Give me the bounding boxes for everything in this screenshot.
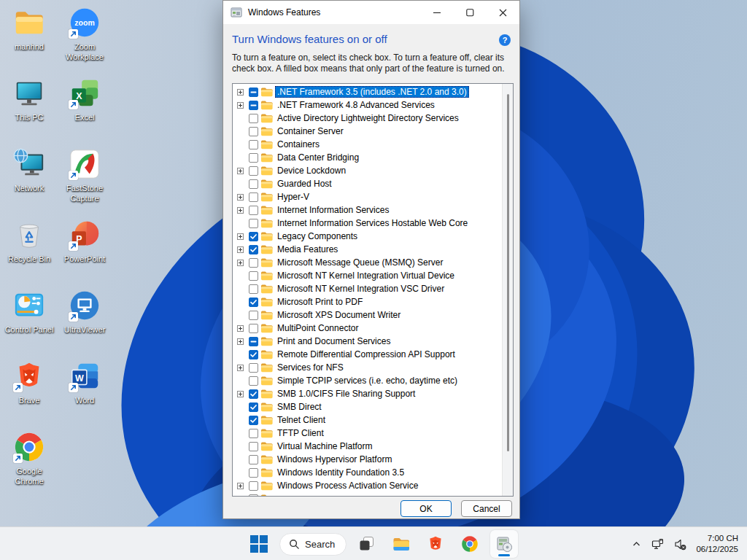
feature-row[interactable]: Media Features <box>233 243 502 256</box>
feature-checkbox-partial[interactable] <box>249 337 258 346</box>
feature-checkbox-partial[interactable] <box>249 88 258 97</box>
help-icon[interactable]: ? <box>499 34 511 46</box>
feature-checkbox-checked[interactable] <box>249 416 258 425</box>
feature-row[interactable]: Windows Identity Foundation 3.5 <box>233 466 502 479</box>
expand-plus-icon[interactable] <box>237 207 244 214</box>
expand-plus-icon[interactable] <box>237 194 244 201</box>
expand-plus-icon[interactable] <box>237 89 244 96</box>
feature-checkbox-unchecked[interactable] <box>249 429 258 438</box>
feature-row[interactable]: Container Server <box>233 125 502 138</box>
feature-label[interactable]: Windows Process Activation Service <box>275 480 420 491</box>
feature-label[interactable]: TFTP Client <box>275 427 326 439</box>
desktop-icon-control-panel[interactable]: Control Panel <box>1 289 57 359</box>
scrollbar-track[interactable] <box>502 84 513 496</box>
feature-label[interactable]: Media Features <box>275 244 340 255</box>
minimize-button[interactable] <box>421 1 454 24</box>
feature-row[interactable]: Microsoft Message Queue (MSMQ) Server <box>233 256 502 269</box>
feature-row[interactable]: Remote Differential Compression API Supp… <box>233 348 502 361</box>
feature-checkbox-unchecked[interactable] <box>249 284 258 294</box>
feature-checkbox-unchecked[interactable] <box>249 468 258 478</box>
feature-label[interactable]: Internet Information Services Hostable W… <box>275 217 470 229</box>
feature-row[interactable]: Guarded Host <box>233 177 502 190</box>
expand-plus-icon[interactable] <box>237 365 244 371</box>
feature-label[interactable]: Microsoft NT Kernel Integration VSC Driv… <box>275 283 446 295</box>
desktop-icon-ultraviewer[interactable]: UltraViewer <box>57 289 112 359</box>
feature-label[interactable]: Device Lockdown <box>275 165 348 176</box>
feature-row[interactable]: Microsoft XPS Document Writer <box>233 308 502 322</box>
feature-label[interactable]: Data Center Bridging <box>275 152 361 163</box>
feature-row[interactable]: Virtual Machine Platform <box>233 440 502 453</box>
feature-checkbox-unchecked[interactable] <box>249 219 258 228</box>
feature-row[interactable] <box>233 492 502 497</box>
feature-label[interactable]: Active Directory Lightweight Directory S… <box>275 112 461 124</box>
feature-checkbox-unchecked[interactable] <box>249 127 258 136</box>
feature-row[interactable]: Print and Document Services <box>233 335 502 348</box>
feature-checkbox-unchecked[interactable] <box>249 376 258 386</box>
feature-row[interactable]: Windows Hypervisor Platform <box>233 453 502 466</box>
feature-checkbox-unchecked[interactable] <box>249 455 258 464</box>
expand-plus-icon[interactable] <box>237 246 244 253</box>
feature-row[interactable]: Microsoft NT Kernel Integration Virtual … <box>233 269 502 282</box>
feature-label[interactable]: Windows Identity Foundation 3.5 <box>275 467 406 478</box>
feature-row[interactable]: Telnet Client <box>233 413 502 427</box>
feature-row[interactable]: Windows Process Activation Service <box>233 479 502 492</box>
feature-row[interactable]: .NET Framework 4.8 Advanced Services <box>233 98 502 112</box>
desktop-icon-powerpoint[interactable]: PPowerPoint <box>57 218 112 289</box>
feature-checkbox-unchecked[interactable] <box>249 271 258 281</box>
feature-row[interactable]: Services for NFS <box>233 361 502 374</box>
feature-label[interactable]: Virtual Machine Platform <box>275 440 375 452</box>
feature-label[interactable]: Remote Differential Compression API Supp… <box>275 349 457 360</box>
feature-row[interactable]: TFTP Client <box>233 427 502 440</box>
feature-label[interactable]: Print and Document Services <box>275 335 392 347</box>
desktop-icon-word[interactable]: WWord <box>57 359 112 430</box>
feature-row[interactable]: Microsoft NT Kernel Integration VSC Driv… <box>233 282 502 295</box>
feature-checkbox-checked[interactable] <box>249 232 258 241</box>
feature-checkbox-unchecked[interactable] <box>249 481 258 491</box>
feature-label[interactable]: Legacy Components <box>275 230 360 242</box>
feature-label[interactable]: Hyper-V <box>275 191 311 203</box>
feature-label[interactable]: SMB 1.0/CIFS File Sharing Support <box>275 388 417 400</box>
feature-checkbox-unchecked[interactable] <box>249 258 258 268</box>
network-ethernet-icon[interactable] <box>648 532 667 556</box>
desktop-icon-recycle-bin[interactable]: Recycle Bin <box>1 218 57 289</box>
expand-plus-icon[interactable] <box>237 338 244 345</box>
feature-label[interactable]: .NET Framework 4.8 Advanced Services <box>275 99 437 111</box>
feature-label[interactable]: Internet Information Services <box>275 204 391 216</box>
expand-plus-icon[interactable] <box>237 102 244 109</box>
feature-checkbox-checked[interactable] <box>249 245 258 254</box>
desktop-icon-brave[interactable]: Brave <box>1 359 57 430</box>
desktop-icon-this-pc[interactable]: This PC <box>1 77 57 147</box>
feature-checkbox-unchecked[interactable] <box>249 179 258 189</box>
feature-checkbox-unchecked[interactable] <box>249 166 258 176</box>
feature-label[interactable]: MultiPoint Connector <box>275 322 360 334</box>
taskbar-task-view-button[interactable] <box>353 530 381 558</box>
taskbar-windows-features-button[interactable] <box>490 530 518 558</box>
feature-row[interactable]: Device Lockdown <box>233 164 502 177</box>
feature-checkbox-unchecked[interactable] <box>249 442 258 451</box>
feature-label[interactable]: Windows Hypervisor Platform <box>275 454 394 465</box>
feature-label[interactable]: Container Server <box>275 125 346 137</box>
feature-checkbox-unchecked[interactable] <box>249 311 258 320</box>
feature-label[interactable]: Microsoft NT Kernel Integration Virtual … <box>275 270 457 281</box>
expand-plus-icon[interactable] <box>237 168 244 174</box>
desktop-icon-network[interactable]: Network <box>1 147 57 218</box>
feature-row[interactable]: Microsoft Print to PDF <box>233 295 502 308</box>
feature-row[interactable]: MultiPoint Connector <box>233 322 502 335</box>
desktop-icon-faststone-capture[interactable]: FastStone Capture <box>57 147 112 218</box>
feature-row[interactable]: Simple TCPIP services (i.e. echo, daytim… <box>233 374 502 387</box>
feature-checkbox-unchecked[interactable] <box>249 363 258 373</box>
feature-checkbox-unchecked[interactable] <box>249 192 258 202</box>
feature-checkbox-unchecked[interactable] <box>249 494 258 497</box>
feature-row[interactable]: Data Center Bridging <box>233 151 502 164</box>
feature-checkbox-unchecked[interactable] <box>249 153 258 163</box>
expand-plus-icon[interactable] <box>237 325 244 332</box>
feature-checkbox-unchecked[interactable] <box>249 114 258 123</box>
feature-label[interactable]: Guarded Host <box>275 178 334 190</box>
feature-label[interactable]: SMB Direct <box>275 401 324 413</box>
feature-checkbox-checked[interactable] <box>249 298 258 307</box>
feature-label[interactable]: Microsoft Message Queue (MSMQ) Server <box>275 257 445 268</box>
feature-checkbox-checked[interactable] <box>249 350 258 359</box>
expand-plus-icon[interactable] <box>237 483 244 489</box>
feature-label[interactable]: Services for NFS <box>275 362 346 373</box>
feature-row[interactable]: .NET Framework 3.5 (includes .NET 2.0 an… <box>233 85 502 98</box>
